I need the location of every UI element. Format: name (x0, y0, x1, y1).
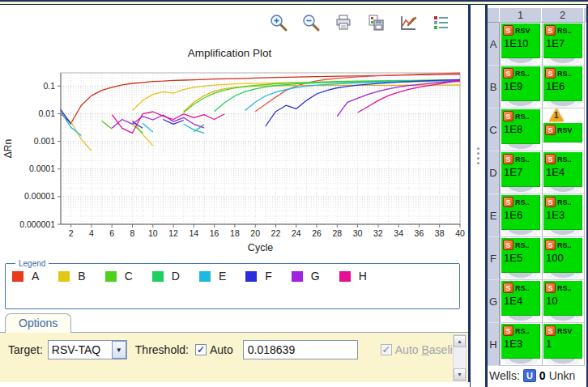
legend-swatch-D (152, 271, 164, 282)
copy-button[interactable] (365, 12, 387, 34)
well-top-row: SRS.. (501, 66, 539, 79)
plot-settings-button[interactable] (398, 12, 420, 34)
well-top-row: SRSV (501, 23, 539, 36)
standard-sample-icon: S (545, 68, 556, 79)
well-F1[interactable]: SRS..1E5 (500, 237, 542, 280)
plate-row-header-A[interactable]: A (488, 23, 500, 66)
series-C-baseline-1 (102, 121, 113, 129)
well-target-label: RSV (557, 126, 573, 134)
well-target-label: RS.. (557, 241, 572, 249)
plate-row-header-C[interactable]: C (488, 108, 500, 151)
well-top-row: SRS.. (501, 195, 539, 207)
line-chart-icon (398, 13, 419, 32)
well-G1[interactable]: SRS..1E4 (500, 280, 542, 323)
well-G2[interactable]: SRS..10 (542, 280, 584, 323)
well-bottom-arc (547, 58, 579, 65)
plate-row-header-D[interactable]: D (488, 151, 500, 194)
well-B1[interactable]: SRS..1E9 (500, 66, 542, 108)
well-quantity-value: 1E3 (543, 209, 582, 221)
well-bottom-arc (547, 273, 579, 279)
legend-swatch-C (105, 271, 117, 282)
well-top-row: SRS.. (501, 152, 539, 164)
well-target-label: RS.. (557, 284, 572, 292)
auto-threshold-checkbox[interactable]: ✓ (195, 344, 207, 355)
standard-sample-icon: S (503, 240, 513, 250)
plate-row-D: DSRS..1E7SRS..1E4 (488, 151, 586, 194)
standard-sample-icon: S (503, 111, 513, 121)
panel-splitter[interactable] (470, 5, 486, 387)
plate-row-header-F[interactable]: F (488, 237, 500, 280)
well-sample-block: SRSV (543, 123, 582, 142)
well-target-label: RS.. (515, 241, 530, 249)
x-tick-label: 38 (435, 228, 445, 238)
amplification-plot-chart: 0.10.010.0010.00010.000010.0000012468101… (0, 40, 468, 257)
plate-row-header-B[interactable]: B (488, 66, 500, 108)
well-sample-block: SRS..1E5 (501, 238, 540, 273)
well-D2[interactable]: SRS..1E4 (542, 151, 584, 194)
well-target-label: RS.. (515, 70, 530, 78)
well-A2[interactable]: SRS..1E7 (542, 23, 584, 66)
print-button[interactable] (333, 12, 355, 34)
target-dropdown[interactable]: RSV-TAQ ▼ (48, 340, 127, 359)
well-E2[interactable]: SRS..1E3 (542, 194, 584, 237)
plate-column-header-1[interactable]: 1 (500, 8, 542, 23)
plate-corner[interactable] (488, 8, 500, 23)
chart-title: Amplification Plot (188, 47, 272, 59)
well-top-row: SRS.. (543, 195, 582, 207)
scroll-up-icon[interactable]: ▲ (454, 335, 466, 347)
well-top-row: SRS.. (543, 238, 582, 250)
legend-toggle-button[interactable] (430, 12, 452, 34)
well-B2[interactable]: SRS..1E6 (542, 66, 584, 108)
well-C2[interactable]: 1SRSV (542, 108, 584, 151)
well-sample-block: SRS..1E8 (501, 109, 540, 144)
well-sample-block: SRS..1E9 (501, 66, 540, 101)
well-top-row: SRS.. (501, 109, 539, 121)
well-bottom-arc (547, 230, 579, 236)
x-tick-label: 26 (312, 228, 322, 238)
standard-sample-icon: S (503, 25, 513, 36)
zoom-out-icon (301, 13, 322, 32)
chevron-down-icon[interactable]: ▼ (112, 341, 126, 359)
well-D1[interactable]: SRS..1E7 (500, 151, 542, 194)
standard-sample-icon: S (503, 197, 513, 207)
standard-sample-icon: S (545, 154, 556, 164)
well-H2[interactable]: SRSV1 (542, 323, 584, 366)
options-row: Target: RSV-TAQ ▼ Threshold: ✓ Auto ✓ Au… (8, 340, 465, 359)
well-quantity-value: 1 (543, 338, 582, 350)
well-bottom-arc (505, 58, 537, 65)
x-tick-label: 22 (271, 228, 281, 238)
well-F2[interactable]: SRS..100 (542, 237, 584, 280)
plate-row-header-G[interactable]: G (488, 280, 500, 323)
legend-box: Legend ABCDEFGH (5, 259, 460, 309)
plate-row-E: ESRS..1E6SRS..1E3 (488, 194, 586, 237)
x-tick-label: 32 (373, 228, 383, 238)
well-H1[interactable]: SRS..1E3 (500, 323, 542, 366)
well-E1[interactable]: SRS..1E6 (500, 194, 542, 237)
zoom-in-button[interactable] (268, 12, 290, 34)
options-vertical-scrollbar[interactable]: ▲ ▼ (453, 334, 467, 381)
auto-baseline-checkbox[interactable]: ✓ (381, 344, 392, 355)
zoom-out-button[interactable] (300, 12, 322, 34)
well-target-label: RS.. (557, 70, 572, 78)
legend-swatch-E (199, 271, 211, 282)
well-sample-block: SRS..100 (543, 238, 582, 273)
well-C1[interactable]: SRS..1E8 (500, 108, 542, 151)
standard-sample-icon: S (545, 25, 556, 36)
tab-options[interactable]: Options (5, 313, 71, 333)
well-sample-block: SRS..10 (543, 281, 582, 316)
well-quantity-value: 100 (543, 252, 582, 264)
plate-row-header-H[interactable]: H (488, 323, 500, 366)
well-sample-block: SRS..1E4 (543, 152, 582, 187)
well-bottom-arc (505, 101, 537, 108)
options-panel: Target: RSV-TAQ ▼ Threshold: ✓ Auto ✓ Au… (0, 332, 468, 382)
plate-column-header-2[interactable]: 2 (542, 8, 584, 23)
well-top-row: SRS.. (543, 281, 582, 293)
well-sample-block: SRSV1 (543, 324, 582, 359)
scroll-down-icon[interactable]: ▼ (454, 368, 466, 381)
well-sample-block: SRS..1E7 (501, 152, 540, 187)
warning-flag-count: 1 (554, 111, 559, 120)
plate-row-header-E[interactable]: E (488, 194, 500, 237)
well-A1[interactable]: SRSV1E10 (500, 23, 542, 66)
plate-row-A: ASRSV1E10SRS..1E7 (488, 23, 586, 66)
threshold-input[interactable] (243, 340, 358, 359)
